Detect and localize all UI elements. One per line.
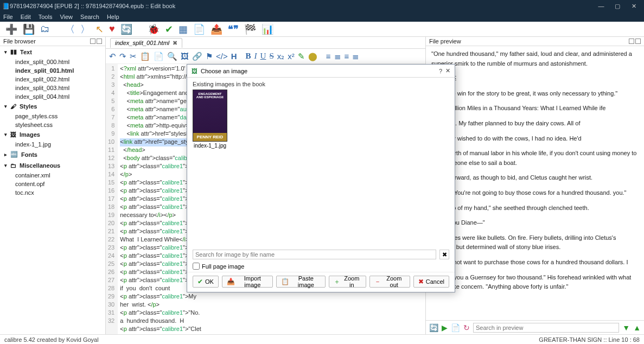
preview-search-input[interactable] xyxy=(473,323,619,333)
highlight-icon[interactable]: ⬤ xyxy=(308,52,317,61)
search-icon[interactable]: 🔍 xyxy=(167,52,177,61)
preview-page-icon[interactable]: 📄 xyxy=(451,323,460,332)
underline-icon[interactable]: U xyxy=(260,52,266,61)
file-item[interactable]: content.opf xyxy=(0,180,105,188)
file-item[interactable]: container.xml xyxy=(0,171,105,180)
zoom-out-button[interactable]: －Zoom out xyxy=(369,276,410,288)
preview-paragraph: was right. My father planned to buy the … xyxy=(431,119,639,129)
tab-active[interactable]: index_split_001.html ✖ xyxy=(110,38,182,48)
panel-toggle-icons[interactable] xyxy=(629,39,641,44)
chart-icon[interactable]: 📊 xyxy=(262,23,273,35)
open-icon[interactable]: 🗂 xyxy=(40,23,50,35)
preview-refresh-icon[interactable]: 🔄 xyxy=(429,323,438,332)
color-icon[interactable]: ✎ xyxy=(298,52,305,61)
check-icon[interactable]: ✔ xyxy=(165,23,173,35)
superscript-icon[interactable]: x² xyxy=(288,52,295,61)
menu-search[interactable]: Search xyxy=(80,14,99,20)
redo-icon[interactable]: ↷ xyxy=(119,52,126,61)
title-bar: 📘 9781942874904 [EPUB 2] :: 978194287490… xyxy=(0,0,644,12)
dialog-close-icon[interactable]: ✕ xyxy=(445,67,450,74)
doc-icon[interactable]: 📄 xyxy=(193,23,205,35)
search-prev-icon[interactable]: ▲ xyxy=(633,323,641,332)
file-item[interactable]: toc.ncx xyxy=(0,188,105,197)
section-styles[interactable]: ▾🖌Styles xyxy=(0,101,105,112)
image-icon: 🖼 xyxy=(10,131,16,138)
flag-icon[interactable]: ⚑ xyxy=(206,52,213,61)
paste-icon[interactable]: 📄 xyxy=(154,52,164,61)
dialog-help-icon[interactable]: ? xyxy=(439,68,442,74)
box-icon[interactable]: ▦ xyxy=(178,23,188,35)
forward-icon[interactable]: 〉 xyxy=(80,23,90,36)
file-item[interactable]: index_split_003.html xyxy=(0,84,105,92)
menu-file[interactable]: File xyxy=(3,14,13,20)
align-center-icon[interactable]: ≣ xyxy=(334,52,341,61)
full-page-checkbox[interactable] xyxy=(193,263,200,270)
menu-help[interactable]: Help xyxy=(107,14,119,20)
align-right-icon[interactable]: ≡ xyxy=(345,52,349,61)
existing-images-label: Existing images in the book xyxy=(193,81,449,87)
file-item[interactable]: index_split_000.html xyxy=(0,58,105,66)
dialog-search-input[interactable] xyxy=(193,250,436,259)
minimize-button[interactable]: — xyxy=(593,3,609,9)
strike-icon[interactable]: S xyxy=(269,52,273,61)
bug-icon[interactable]: 🐞 xyxy=(148,23,160,35)
section-text[interactable]: ▾▮▮Text xyxy=(0,46,105,58)
menu-tools[interactable]: Tools xyxy=(39,14,53,20)
subscript-icon[interactable]: x₂ xyxy=(277,52,285,61)
cancel-button[interactable]: ✖Cancel xyxy=(413,276,449,288)
align-left-icon[interactable]: ≡ xyxy=(326,52,331,61)
status-left: calibre 5.42 created by Kovid Goyal xyxy=(4,336,99,343)
editor-tabs: index_split_001.html ✖ xyxy=(106,37,425,49)
italic-icon[interactable]: I xyxy=(254,52,257,61)
dialog-clear-icon[interactable]: ✖ xyxy=(439,250,449,259)
heart-icon[interactable]: ♥ xyxy=(109,23,115,35)
link-icon[interactable]: 🔗 xyxy=(192,52,202,61)
preview-play-icon[interactable]: ▶ xyxy=(442,323,448,332)
file-item[interactable]: page_styles.css xyxy=(0,112,105,120)
new-file-icon[interactable]: ➕ xyxy=(5,23,17,35)
image-insert-icon[interactable]: 🖼 xyxy=(181,52,189,61)
heading-icon[interactable]: H xyxy=(231,52,237,61)
paste-icon: 📋 xyxy=(281,278,289,285)
menu-edit[interactable]: Edit xyxy=(21,14,31,20)
main-toolbar: ➕ 💾 🗂 〈 〉 ↖ ♥ 🔄 🐞 ✔ ▦ 📄 📤 ❝❞ 🏁 📊 xyxy=(0,22,644,37)
align-justify-icon[interactable]: ≣ xyxy=(352,52,359,61)
full-page-checkbox-row[interactable]: Full page image xyxy=(187,262,455,272)
refresh-icon[interactable]: 🔄 xyxy=(120,23,132,35)
search-next-icon[interactable]: ▼ xyxy=(622,323,630,332)
file-item[interactable]: index_split_002.html xyxy=(0,75,105,84)
quotes-icon[interactable]: ❝❞ xyxy=(228,23,239,35)
file-item[interactable]: index-1_1.jpg xyxy=(0,140,105,149)
maximize-button[interactable]: ▢ xyxy=(609,3,626,10)
file-browser-title: File browser xyxy=(3,38,36,44)
back-icon[interactable]: 〈 xyxy=(65,23,75,36)
section-fonts[interactable]: ▸🔤Fonts xyxy=(0,149,105,160)
file-item[interactable]: index_split_004.html xyxy=(0,92,105,101)
preview-paragraph: 's crazy. You're not going to buy those … xyxy=(431,188,639,198)
cursor-icon[interactable]: ↖ xyxy=(95,23,104,35)
section-misc[interactable]: ▾🗀Miscellaneous xyxy=(0,160,105,171)
zoom-in-button[interactable]: ＋Zoom in xyxy=(329,276,366,288)
menu-view[interactable]: View xyxy=(60,14,73,20)
section-images[interactable]: ▾🖼Images xyxy=(0,129,105,140)
close-button[interactable]: ✕ xyxy=(626,3,642,10)
status-right: GREATER-THAN SIGN :: Line 10 : 68 xyxy=(539,336,640,343)
undo-icon[interactable]: ↶ xyxy=(109,52,116,61)
cut-icon[interactable]: ✂ xyxy=(130,52,137,61)
paste-image-button[interactable]: 📋Paste image xyxy=(276,276,326,288)
preview-reload-icon[interactable]: ↻ xyxy=(463,323,470,332)
flag-icon[interactable]: 🏁 xyxy=(244,23,256,35)
copy-icon[interactable]: 📋 xyxy=(140,52,150,61)
bold-icon[interactable]: B xyxy=(246,52,251,61)
code-icon[interactable]: </> xyxy=(216,52,228,61)
tab-close-icon[interactable]: ✖ xyxy=(173,40,177,47)
ok-button[interactable]: ✔OK xyxy=(193,276,219,288)
export-icon[interactable]: 📤 xyxy=(211,23,222,35)
preview-paragraph: ." Her eyes were like bullets. On fire. … xyxy=(431,233,639,252)
import-image-button[interactable]: 📥Import image xyxy=(222,276,273,288)
file-item[interactable]: stylesheet.css xyxy=(0,120,105,129)
panel-toggle-icons[interactable] xyxy=(90,39,102,44)
image-thumbnail[interactable]: ENGAGEMENT AND ESPIONAGE PENNY REID inde… xyxy=(193,90,227,149)
save-icon[interactable]: 💾 xyxy=(23,23,35,35)
file-item[interactable]: index_split_001.html xyxy=(0,66,105,75)
